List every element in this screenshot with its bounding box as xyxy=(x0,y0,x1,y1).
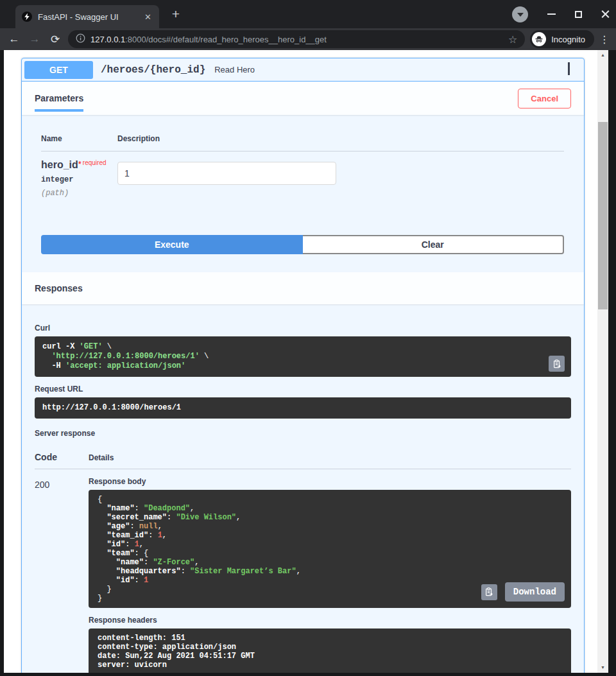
clear-button[interactable]: Clear xyxy=(303,235,565,254)
param-value-input[interactable] xyxy=(117,162,336,185)
curl-label: Curl xyxy=(35,324,571,333)
minimize-button[interactable] xyxy=(547,13,556,15)
responses-body: Curl curl -X 'GET' \ 'http://127.0.0.1:8… xyxy=(22,304,584,673)
clipboard-icon xyxy=(552,360,561,368)
browser-menu-button[interactable]: ⋮ xyxy=(599,33,610,46)
incognito-label: Incognito xyxy=(551,35,585,44)
param-type: integer xyxy=(41,175,117,184)
forward-button[interactable]: → xyxy=(27,33,42,46)
method-badge: GET xyxy=(24,61,93,79)
url-text[interactable]: 127.0.0.1:8000/docs#/default/read_hero_h… xyxy=(90,35,503,44)
swagger-content: GET /heroes/{hero_id} Read Hero Paramete… xyxy=(4,50,597,673)
cancel-button[interactable]: Cancel xyxy=(518,89,571,108)
close-window-button[interactable] xyxy=(601,10,610,19)
curl-code: curl -X 'GET' \ 'http://127.0.0.1:8000/h… xyxy=(42,342,563,371)
reload-button[interactable]: ⟳ xyxy=(47,33,63,46)
parameter-row: hero_id*required integer (path) xyxy=(41,152,564,198)
operation-summary[interactable]: GET /heroes/{hero_id} Read Hero xyxy=(22,58,584,82)
status-code: 200 xyxy=(35,477,89,673)
page-viewport: GET /heroes/{hero_id} Read Hero Paramete… xyxy=(4,50,608,673)
curl-code-block: curl -X 'GET' \ 'http://127.0.0.1:8000/h… xyxy=(35,336,571,377)
server-response-table-head: Code Details xyxy=(35,442,571,469)
column-header-name: Name xyxy=(41,134,117,143)
close-icon: ✕ xyxy=(144,12,151,22)
copy-response-button[interactable] xyxy=(481,584,497,600)
tab-parameters[interactable]: Parameters xyxy=(35,82,83,115)
back-arrow-icon: ← xyxy=(9,33,20,45)
required-asterisk: * xyxy=(78,159,81,169)
response-details-header: Details xyxy=(89,453,114,462)
url-path: :8000/docs#/default/read_hero_heroes__he… xyxy=(125,35,327,44)
tab-title: FastAPI - Swagger UI xyxy=(38,12,143,22)
reload-icon: ⟳ xyxy=(51,33,60,46)
request-url-block: http://127.0.0.1:8000/heroes/1 xyxy=(35,397,571,419)
maximize-button[interactable] xyxy=(575,11,582,18)
chevron-down-icon xyxy=(517,13,524,17)
window-controls xyxy=(512,0,610,28)
response-headers-label: Response headers xyxy=(89,616,571,625)
forward-arrow-icon: → xyxy=(30,33,40,45)
close-icon xyxy=(601,10,610,19)
response-code-header: Code xyxy=(35,452,89,462)
responses-title: Responses xyxy=(35,283,83,293)
response-body-actions: Download xyxy=(481,582,565,602)
response-headers-block: content-length: 151content-type: applica… xyxy=(89,628,571,673)
parameters-table: Name Description hero_id*required intege… xyxy=(22,115,584,198)
endpoint-path: /heroes/{hero_id} xyxy=(101,64,205,76)
scroll-up-button[interactable]: ▲ xyxy=(597,50,608,60)
endpoint-summary: Read Hero xyxy=(214,65,255,74)
responses-header: Responses xyxy=(22,272,584,304)
plus-icon: + xyxy=(172,6,180,21)
param-location: (path) xyxy=(41,189,117,198)
response-headers-text: content-length: 151content-type: applica… xyxy=(98,634,562,670)
tab-close-button[interactable]: ✕ xyxy=(143,12,153,22)
operation-block-get: GET /heroes/{hero_id} Read Hero Paramete… xyxy=(21,58,585,673)
response-details: Response body { "name": "Deadpond", "sec… xyxy=(89,477,571,673)
new-tab-button[interactable]: + xyxy=(168,7,184,22)
server-response-row: 200 Response body { "name": "Deadpond", … xyxy=(35,469,571,673)
execute-button-group: Execute Clear xyxy=(41,235,564,254)
browser-tab[interactable]: FastAPI - Swagger UI ✕ xyxy=(15,5,159,28)
clipboard-icon xyxy=(484,587,493,596)
scrollbar[interactable]: ▲ ▼ xyxy=(597,50,608,673)
browser-toolbar: ← → ⟳ 127.0.0.1:8000/docs#/default/read_… xyxy=(0,28,616,50)
scroll-down-button[interactable]: ▼ xyxy=(597,663,608,673)
incognito-icon xyxy=(532,32,546,46)
required-label: required xyxy=(83,159,107,166)
minimize-icon xyxy=(547,13,556,15)
execute-button[interactable]: Execute xyxy=(41,235,303,254)
kebab-menu-icon: ⋮ xyxy=(599,34,610,45)
collapse-button[interactable] xyxy=(565,62,572,78)
bookmark-star-icon[interactable]: ☆ xyxy=(508,33,517,46)
fastapi-logo-icon xyxy=(22,12,32,22)
parameters-header: Parameters Cancel xyxy=(22,82,584,115)
chevron-up-icon xyxy=(568,62,570,75)
parameter-value-cell xyxy=(117,159,336,198)
page-info-icon[interactable] xyxy=(76,33,85,46)
copy-curl-button[interactable] xyxy=(549,356,565,372)
browser-titlebar: FastAPI - Swagger UI ✕ + xyxy=(0,0,616,28)
parameter-info: hero_id*required integer (path) xyxy=(41,159,117,198)
url-host: 127.0.0.1 xyxy=(90,35,125,44)
scrollbar-thumb[interactable] xyxy=(598,122,608,309)
server-response-label: Server response xyxy=(35,429,571,438)
column-header-description: Description xyxy=(117,134,160,143)
back-button[interactable]: ← xyxy=(6,33,22,46)
spacer xyxy=(22,254,584,272)
download-button[interactable]: Download xyxy=(505,582,565,602)
maximize-icon xyxy=(575,11,582,18)
request-url-label: Request URL xyxy=(35,385,571,394)
incognito-badge: Incognito xyxy=(530,30,594,48)
response-body-label: Response body xyxy=(89,477,571,486)
parameters-table-head: Name Description xyxy=(41,120,564,152)
request-url-value: http://127.0.0.1:8000/heroes/1 xyxy=(42,403,563,413)
param-name: hero_id xyxy=(41,159,78,170)
address-bar[interactable]: 127.0.0.1:8000/docs#/default/read_hero_h… xyxy=(68,30,525,48)
window-menu-button[interactable] xyxy=(512,6,528,22)
response-body-block: { "name": "Deadpond", "secret_name": "Di… xyxy=(89,490,571,608)
